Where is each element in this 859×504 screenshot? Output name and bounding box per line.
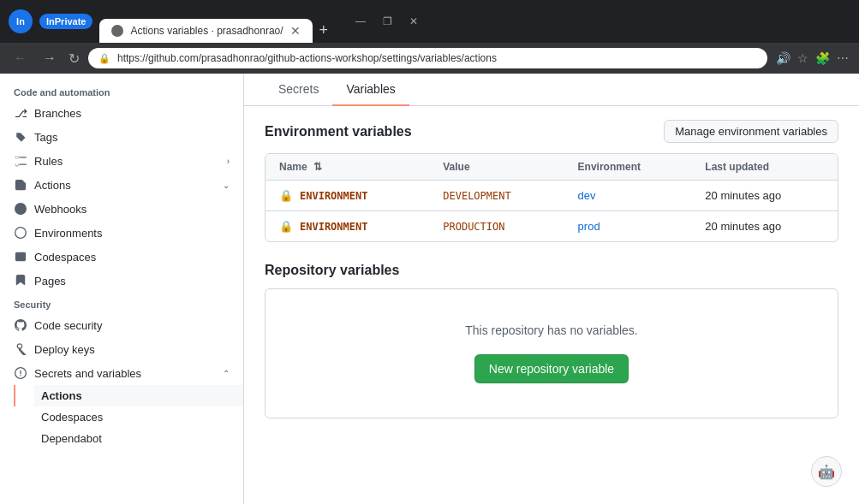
sidebar-item-secrets-variables[interactable]: Secrets and variables ⌃	[0, 361, 243, 385]
active-tab[interactable]: Actions variables · prasadhonrao/ ✕	[99, 19, 312, 43]
sidebar-item-actions-sub[interactable]: Actions	[34, 385, 243, 406]
sidebar-item-codespaces-sub[interactable]: Codespaces	[34, 406, 243, 428]
env-variables-table-container: Name ⇅ Value Environment Last updated	[265, 153, 838, 242]
forward-button[interactable]: →	[39, 47, 60, 69]
tab-secrets[interactable]: Secrets	[265, 74, 332, 106]
new-repository-variable-button[interactable]: New repository variable	[474, 354, 629, 383]
content-area: Secrets Variables Environment variables …	[244, 74, 859, 504]
sidebar: Code and automation ⎇ Branches Tags Rule…	[0, 74, 244, 504]
env-variables-table: Name ⇅ Value Environment Last updated	[265, 154, 838, 241]
manage-environment-variables-button[interactable]: Manage environment variables	[664, 120, 838, 143]
row1-value-cell: DEVELOPMENT	[429, 181, 564, 211]
rules-chevron-icon: ›	[227, 157, 230, 166]
ssl-lock-icon: 🔒	[98, 53, 110, 64]
empty-state: This repository has no variables. New re…	[265, 288, 838, 418]
environment-column-header: Environment	[564, 154, 692, 181]
actions-chevron-icon: ⌄	[223, 181, 230, 190]
sidebar-label-deploy-keys: Deploy keys	[34, 343, 95, 356]
sidebar-item-rules[interactable]: Rules ›	[0, 149, 243, 173]
sidebar-label-tags: Tags	[34, 131, 57, 144]
value-column-header: Value	[429, 154, 564, 181]
repo-section-title: Repository variables	[265, 263, 399, 278]
table-header: Name ⇅ Value Environment Last updated	[265, 154, 838, 181]
sidebar-label-secrets-variables: Secrets and variables	[34, 367, 141, 380]
browser-chrome: In InPrivate Actions variables · prasadh…	[0, 0, 859, 43]
row1-env-link[interactable]: dev	[578, 189, 596, 202]
sidebar-label-actions-sub: Actions	[41, 389, 82, 402]
actions-icon	[14, 178, 27, 192]
restore-button[interactable]: ❐	[376, 12, 399, 31]
sort-icon[interactable]: ⇅	[313, 161, 322, 173]
tab-variables[interactable]: Variables	[332, 74, 409, 106]
pages-icon	[14, 274, 27, 288]
sidebar-item-branches[interactable]: ⎇ Branches	[0, 101, 243, 125]
sidebar-item-actions[interactable]: Actions ⌄	[0, 173, 243, 197]
secrets-variables-icon	[14, 366, 27, 380]
row2-updated-cell: 20 minutes ago	[691, 211, 838, 242]
row2-env-link[interactable]: prod	[578, 220, 600, 233]
table-body: 🔒 ENVIRONMENT DEVELOPMENT dev 20 minutes…	[265, 181, 838, 242]
tab-bar: Secrets Variables	[244, 74, 859, 106]
tab-close-button[interactable]: ✕	[290, 24, 301, 38]
address-bar[interactable]: 🔒 https://github.com/prasadhonrao/github…	[88, 48, 767, 68]
new-tab-button[interactable]: +	[313, 18, 336, 43]
row1-updated-cell: 20 minutes ago	[691, 181, 838, 211]
sidebar-label-actions: Actions	[34, 179, 71, 192]
svg-rect-0	[15, 252, 26, 262]
empty-state-text: This repository has no variables.	[286, 323, 817, 337]
extensions-icon[interactable]: 🧩	[815, 51, 830, 65]
sidebar-item-dependabot-sub[interactable]: Dependabot	[34, 428, 243, 449]
sidebar-label-rules: Rules	[34, 155, 63, 168]
repo-section-header: Repository variables	[265, 263, 838, 278]
sidebar-item-code-security[interactable]: Code security	[0, 313, 243, 337]
sidebar-label-codespaces: Codespaces	[34, 251, 96, 264]
tab-title: Actions variables · prasadhonrao/	[130, 25, 283, 37]
sidebar-item-pages[interactable]: Pages	[0, 269, 243, 293]
sidebar-label-codespaces-sub: Codespaces	[41, 411, 103, 424]
read-aloud-icon[interactable]: 🔊	[776, 51, 790, 65]
browser-controls: ← → ↻ 🔒 https://github.com/prasadhonrao/…	[0, 43, 859, 74]
repository-variables-section: Repository variables This repository has…	[244, 263, 859, 418]
minimize-button[interactable]: —	[349, 12, 373, 31]
sidebar-item-codespaces[interactable]: Codespaces	[0, 245, 243, 269]
environment-variables-section: Environment variables Manage environment…	[244, 120, 859, 242]
environments-icon	[14, 226, 27, 240]
sidebar-label-dependabot-sub: Dependabot	[41, 432, 102, 445]
name-column-header: Name ⇅	[265, 154, 429, 181]
browser-actions: 🔊 ☆ 🧩 ⋯	[776, 51, 849, 65]
sidebar-item-webhooks[interactable]: Webhooks	[0, 197, 243, 221]
main-layout: Code and automation ⎇ Branches Tags Rule…	[0, 74, 859, 504]
inprivate-badge: InPrivate	[39, 14, 92, 29]
sidebar-item-environments[interactable]: Environments	[0, 221, 243, 245]
back-button[interactable]: ←	[10, 47, 31, 69]
row2-name-cell: 🔒 ENVIRONMENT	[265, 211, 429, 242]
env-section-title: Environment variables	[265, 124, 412, 139]
tags-icon	[14, 130, 27, 144]
browser-tabs: Actions variables · prasadhonrao/ ✕ +	[99, 0, 335, 43]
branches-icon: ⎇	[14, 106, 27, 120]
table-row: 🔒 ENVIRONMENT PRODUCTION prod 20 minutes…	[265, 211, 838, 242]
secrets-variables-chevron-icon: ⌃	[223, 369, 230, 378]
sidebar-label-webhooks: Webhooks	[34, 203, 86, 216]
last-updated-column-header: Last updated	[691, 154, 838, 181]
sidebar-label-pages: Pages	[34, 275, 66, 288]
row1-name-cell: 🔒 ENVIRONMENT	[265, 181, 429, 211]
sidebar-item-tags[interactable]: Tags	[0, 125, 243, 149]
close-button[interactable]: ✕	[403, 12, 425, 31]
row2-env-cell: prod	[564, 211, 692, 242]
row2-lock-icon: 🔒	[279, 220, 293, 233]
copilot-button[interactable]: 🤖	[811, 456, 842, 487]
table-row: 🔒 ENVIRONMENT DEVELOPMENT dev 20 minutes…	[265, 181, 838, 211]
code-automation-label: Code and automation	[0, 80, 243, 101]
refresh-button[interactable]: ↻	[69, 50, 80, 67]
deploy-keys-icon	[14, 342, 27, 356]
sidebar-label-environments: Environments	[34, 227, 102, 240]
more-menu-icon[interactable]: ⋯	[837, 51, 849, 65]
window-controls: — ❐ ✕	[349, 12, 425, 31]
codespaces-icon	[14, 250, 27, 264]
security-section-label: Security	[0, 293, 243, 313]
sidebar-item-deploy-keys[interactable]: Deploy keys	[0, 337, 243, 361]
code-security-icon	[14, 318, 27, 332]
favorites-icon[interactable]: ☆	[797, 51, 808, 65]
rules-icon	[14, 154, 27, 168]
